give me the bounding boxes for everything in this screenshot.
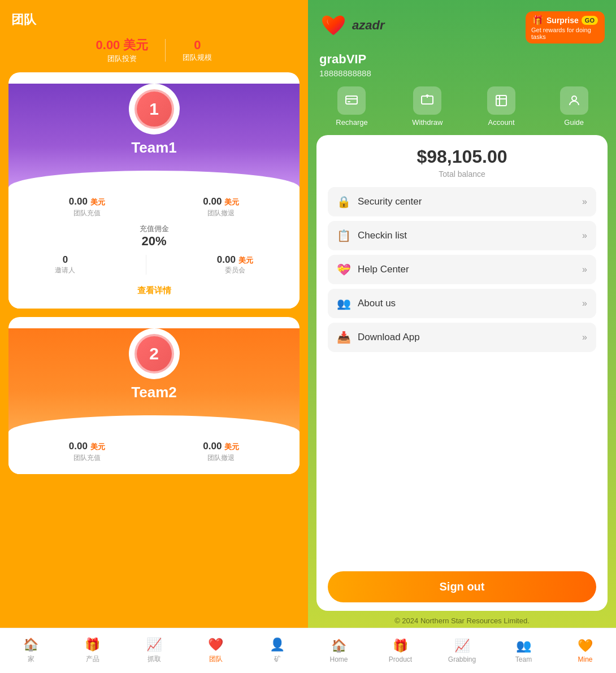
checkin-text: Checkin list [358, 230, 407, 241]
right-header: azadr 🎁 Surprise GO Get rewards for doin… [308, 0, 616, 52]
team1-number: 1 [135, 89, 174, 129]
team1-committee-value: 0.00 美元 [217, 254, 253, 266]
menu-help[interactable]: 💝 Help Center » [328, 255, 596, 284]
balance-amount: $98,105.00 [328, 146, 596, 167]
team2-number: 2 [135, 334, 174, 374]
right-home-icon: 🏠 [331, 639, 346, 653]
team-icon-active: ❤️ [208, 637, 223, 652]
menu-security-left: 🔒 Security center [337, 195, 422, 209]
menu-list: 🔒 Security center » 📋 Checkin list » 💝 H… [328, 187, 596, 563]
grabbing-icon: 📈 [146, 637, 162, 652]
team2-stats-row: 0.00 美元 团队充值 0.00 美元 团队撤退 [20, 441, 288, 463]
menu-about[interactable]: 👥 About us » [328, 289, 596, 318]
logo-heart-icon [319, 11, 348, 40]
mine-icon-left: 👤 [270, 637, 285, 652]
account-action[interactable]: Account [487, 86, 515, 127]
team1-body: 0.00 美元 团队充值 0.00 美元 团队撤退 充值佣金 20% 0 邀请人 [8, 188, 300, 309]
gift-icon: 🎁 [532, 15, 544, 25]
signout-button[interactable]: Sign out [328, 571, 596, 602]
menu-checkin-left: 📋 Checkin list [337, 229, 407, 242]
team1-comm-label: 充值佣金 [20, 224, 288, 234]
menu-checkin[interactable]: 📋 Checkin list » [328, 221, 596, 250]
left-nav-home-label: 家 [28, 654, 34, 664]
home-icon: 🏠 [23, 637, 38, 652]
investment-value: 0.00 美元 [96, 37, 149, 54]
recharge-label: Recharge [336, 118, 367, 127]
team1-stats-row2: 0 邀请人 0.00 美元 委员会 [20, 254, 288, 275]
download-icon: 📥 [337, 331, 351, 344]
checkin-icon: 📋 [337, 229, 351, 242]
help-arrow: » [582, 264, 587, 275]
stats-divider [165, 39, 166, 62]
menu-download[interactable]: 📥 Download App » [328, 323, 596, 352]
right-product-icon: 🎁 [393, 639, 408, 653]
menu-about-left: 👥 About us [337, 297, 396, 310]
scale-stat: 0 团队规模 [183, 38, 212, 63]
team1-recharge-label: 团队充值 [69, 209, 105, 218]
right-nav-mine[interactable]: 🧡 Mine [554, 639, 616, 663]
team1-withdraw-label: 团队撤退 [203, 209, 239, 218]
team1-recharge-value: 0.00 美元 [69, 196, 105, 207]
left-nav-home[interactable]: 🏠 家 [0, 637, 62, 664]
help-text: Help Center [358, 264, 409, 275]
surprise-title: Surprise [546, 16, 579, 25]
guide-action[interactable]: Guide [560, 86, 588, 127]
profile-name: grabVIP [319, 52, 605, 67]
right-nav-home[interactable]: 🏠 Home [308, 639, 370, 663]
left-bottom-nav: 🏠 家 🎁 产品 📈 抓取 ❤️ 团队 👤 矿 [0, 628, 308, 673]
team2-body: 0.00 美元 团队充值 0.00 美元 团队撤退 [8, 432, 300, 474]
investment-label: 团队投资 [96, 54, 149, 64]
team1-committee: 0.00 美元 委员会 [217, 254, 253, 275]
right-panel: azadr 🎁 Surprise GO Get rewards for doin… [308, 0, 616, 673]
team1-details-link[interactable]: 查看详情 [20, 281, 288, 303]
team1-commission: 充值佣金 20% [20, 224, 288, 249]
investment-stat: 0.00 美元 团队投资 [96, 37, 149, 64]
help-icon: 💝 [337, 263, 351, 276]
team2-card: 2 Team2 0.00 美元 团队充值 0.00 美元 团队撤退 [8, 317, 300, 474]
team1-inviter-label: 邀请人 [55, 266, 75, 275]
guide-label: Guide [564, 118, 584, 127]
quick-actions: Recharge Withdraw Account Guide [308, 86, 616, 135]
left-nav-grabbing[interactable]: 📈 抓取 [123, 637, 185, 664]
team1-inviter: 0 邀请人 [55, 254, 75, 275]
right-nav-product[interactable]: 🎁 Product [370, 639, 431, 663]
menu-security[interactable]: 🔒 Security center » [328, 187, 596, 216]
main-card: $98,105.00 Total balance 🔒 Security cent… [316, 135, 608, 611]
recharge-action[interactable]: Recharge [336, 86, 367, 127]
team2-name: Team2 [8, 384, 300, 415]
account-icon [487, 86, 515, 115]
team1-inviter-value: 0 [55, 254, 75, 266]
team1-committee-label: 委员会 [217, 266, 253, 275]
left-title: 团队 [0, 0, 308, 34]
teams-scroll: 1 Team1 0.00 美元 团队充值 0.00 美元 团队撤退 [0, 72, 308, 673]
download-arrow: » [582, 332, 587, 342]
left-nav-product[interactable]: 🎁 产品 [62, 637, 123, 664]
download-text: Download App [358, 332, 420, 343]
right-nav-team[interactable]: 👥 Team [493, 639, 554, 663]
about-arrow: » [582, 298, 587, 309]
left-nav-team[interactable]: ❤️ 团队 [185, 637, 246, 664]
left-nav-product-label: 产品 [86, 654, 99, 664]
surprise-badge[interactable]: 🎁 Surprise GO Get rewards for doing task… [526, 11, 605, 44]
withdraw-label: Withdraw [412, 118, 443, 127]
logo-text: azadr [352, 18, 384, 33]
team2-header: 2 Team2 [8, 328, 300, 432]
team1-withdraw-value: 0.00 美元 [203, 196, 239, 207]
svg-point-8 [572, 96, 576, 101]
right-nav-grabbing[interactable]: 📈 Grabbing [431, 639, 493, 663]
security-icon: 🔒 [337, 195, 351, 209]
team2-recharge-label: 团队充值 [69, 453, 105, 463]
right-grabbing-icon: 📈 [454, 639, 470, 653]
team2-withdraw-value: 0.00 美元 [203, 441, 239, 452]
withdraw-icon [413, 86, 441, 115]
profile-section: grabVIP 18888888888 [308, 52, 616, 86]
product-icon: 🎁 [85, 637, 100, 652]
team1-recharge: 0.00 美元 团队充值 [69, 196, 105, 218]
security-arrow: » [582, 197, 587, 207]
withdraw-action[interactable]: Withdraw [412, 86, 443, 127]
left-nav-mine[interactable]: 👤 矿 [246, 637, 308, 664]
right-bottom-nav: 🏠 Home 🎁 Product 📈 Grabbing 👥 Team 🧡 Min… [308, 628, 616, 673]
recharge-icon [337, 86, 366, 115]
account-label: Account [488, 118, 515, 127]
right-nav-product-label: Product [389, 655, 412, 663]
